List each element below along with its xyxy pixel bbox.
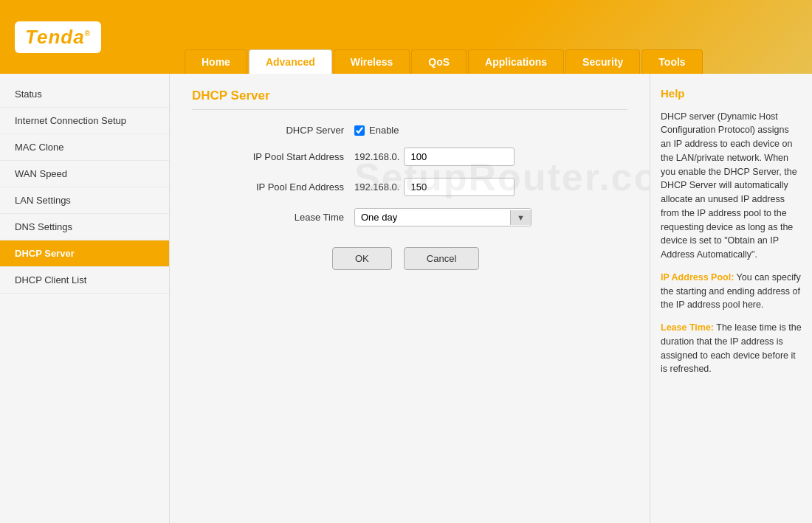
nav-security[interactable]: Security [565,49,640,74]
nav-advanced[interactable]: Advanced [249,49,332,74]
help-lease-time-section: Lease Time: The lease time is the durati… [661,321,802,376]
main-wrapper: Status Internet Connection Setup MAC Clo… [0,74,812,523]
dhcp-enable-control: Enable [354,125,399,136]
help-ip-pool-section: IP Address Pool: You can specify the sta… [661,271,802,312]
lease-time-control: One day Half day One week ▼ [354,208,531,226]
form-buttons: OK Cancel [332,247,627,270]
nav-tools[interactable]: Tools [641,49,702,74]
dhcp-server-field-label: DHCP Server [214,125,354,136]
ip-start-prefix: 192.168.0. [354,151,399,162]
sidebar-item-status[interactable]: Status [0,81,169,108]
ip-pool-start-input[interactable] [404,148,515,166]
content-area: SetupRouter.com DHCP Server DHCP Server … [170,74,650,523]
sidebar-item-dhcp-server[interactable]: DHCP Server [0,240,169,267]
dhcp-enable-row: DHCP Server Enable [214,125,627,136]
ip-pool-end-row: IP Pool End Address 192.168.0. [214,178,627,196]
sidebar-item-wan-speed[interactable]: WAN Speed [0,161,169,187]
lease-time-select[interactable]: One day Half day One week [355,209,510,226]
lease-time-row: Lease Time One day Half day One week ▼ [214,208,627,226]
sidebar: Status Internet Connection Setup MAC Clo… [0,74,170,523]
dhcp-form: DHCP Server Enable IP Pool Start Address… [214,125,627,226]
help-ip-pool-term: IP Address Pool: [661,272,734,283]
ip-pool-start-control: 192.168.0. [354,148,515,166]
header: Tenda® Home Advanced Wireless QoS Applic… [0,0,812,74]
logo: Tenda® [15,21,101,53]
ip-pool-end-input[interactable] [404,178,515,196]
main-nav: Home Advanced Wireless QoS Applications … [185,49,704,74]
sidebar-item-lan-settings[interactable]: LAN Settings [0,187,169,214]
sidebar-item-dns-settings[interactable]: DNS Settings [0,214,169,240]
sidebar-item-dhcp-client-list[interactable]: DHCP Client List [0,267,169,294]
ip-pool-start-label: IP Pool Start Address [214,151,354,162]
logo-text: Tenda [25,26,85,48]
enable-label: Enable [369,125,399,136]
sidebar-item-mac-clone[interactable]: MAC Clone [0,134,169,161]
help-panel: Help DHCP server (Dynamic Host Configura… [650,74,812,523]
nav-applications[interactable]: Applications [468,49,564,74]
ip-pool-end-label: IP Pool End Address [214,181,354,193]
ip-pool-start-row: IP Pool Start Address 192.168.0. [214,148,627,166]
lease-time-label: Lease Time [214,212,354,223]
trademark: ® [85,30,91,38]
select-arrow-icon: ▼ [510,210,531,225]
nav-home[interactable]: Home [185,49,247,74]
help-lease-time-term: Lease Time: [661,322,714,333]
nav-qos[interactable]: QoS [411,49,467,74]
dhcp-enable-checkbox[interactable] [354,125,365,136]
ip-pool-end-control: 192.168.0. [354,178,515,196]
ok-button[interactable]: OK [332,247,392,270]
nav-wireless[interactable]: Wireless [334,49,410,74]
cancel-button[interactable]: Cancel [404,247,479,270]
help-title: Help [661,86,802,103]
help-main-text: DHCP server (Dynamic Host Configuration … [661,110,802,262]
sidebar-item-internet-connection-setup[interactable]: Internet Connection Setup [0,108,169,134]
page-title: DHCP Server [192,89,627,110]
ip-end-prefix: 192.168.0. [354,181,399,193]
lease-select-wrapper: One day Half day One week ▼ [354,208,531,226]
